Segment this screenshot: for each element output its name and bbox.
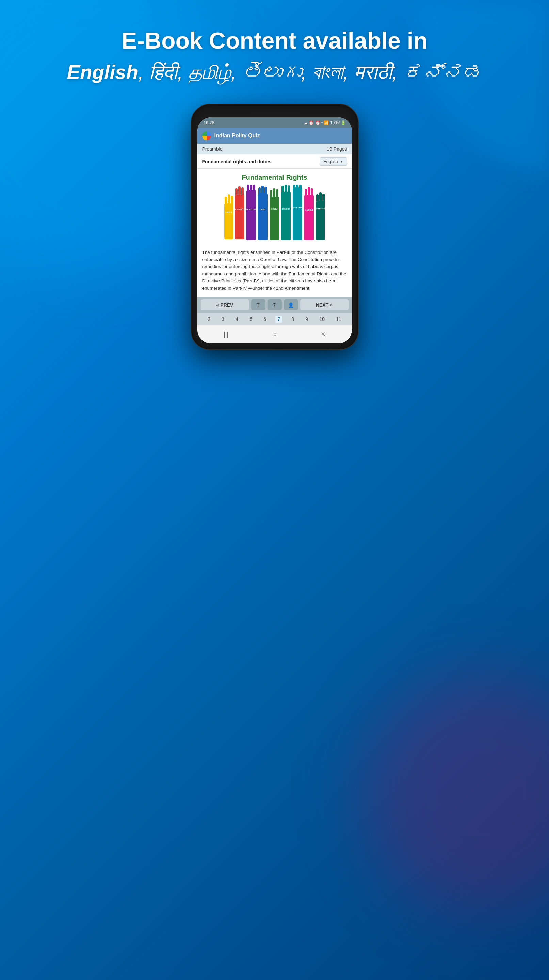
app-logo-icon <box>202 131 211 140</box>
page-7-active[interactable]: 7 <box>275 316 282 323</box>
prev-arrows-icon: « <box>216 302 219 308</box>
page-3[interactable]: 3 <box>220 316 226 323</box>
rights-image-area: Fundamental Rights TRUST <box>197 169 352 246</box>
preamble-label: Preamble <box>202 146 223 152</box>
status-icons: ☁ ⏰ ⏰ • 📶 100%🔋 <box>304 121 346 125</box>
page-11[interactable]: 11 <box>334 316 344 323</box>
preamble-pages: 19 Pages <box>327 146 347 152</box>
page-9[interactable]: 9 <box>303 316 310 323</box>
page-numbers-row: 2 3 4 5 6 7 8 9 10 11 <box>197 313 352 325</box>
svg-rect-0 <box>224 204 233 239</box>
languages-text: English, हिंदी, தமிழ், తెలుగు, বাংলা, मर… <box>67 60 482 84</box>
svg-rect-11 <box>247 185 249 192</box>
svg-rect-26 <box>282 186 284 193</box>
svg-rect-16 <box>258 188 261 195</box>
phone-notch <box>251 111 299 115</box>
phone-frame: 16:28 ☁ ⏰ ⏰ • 📶 100%🔋 Indian Polity Quiz… <box>191 105 358 350</box>
svg-rect-5 <box>235 195 244 239</box>
svg-rect-6 <box>235 188 237 197</box>
svg-rect-37 <box>308 187 310 197</box>
svg-rect-21 <box>270 190 272 198</box>
svg-text:JUSTICE: JUSTICE <box>282 208 290 210</box>
prev-button[interactable]: « PREV <box>201 299 249 310</box>
fundamental-label: Fundamental rights and duties <box>202 159 272 164</box>
other-languages: , हिंदी, தமிழ், తెలుగు, বাংলা, मराठी, ಕನ… <box>138 61 482 83</box>
svg-text:DIGNITY: DIGNITY <box>305 209 313 211</box>
svg-rect-23 <box>276 189 278 198</box>
svg-rect-38 <box>311 188 313 197</box>
svg-rect-22 <box>273 188 275 198</box>
app-title: Indian Polity Quiz <box>215 133 260 139</box>
back-button[interactable]: < <box>315 329 332 339</box>
fundamental-section-header: Fundamental rights and duties English ▼ <box>197 154 352 169</box>
svg-rect-40 <box>316 201 325 240</box>
nav-bar: « PREV T 7 👤 NEXT » <box>197 297 352 313</box>
recents-button[interactable]: ||| <box>217 329 235 339</box>
rights-title: Fundamental Rights <box>242 173 307 181</box>
svg-rect-12 <box>250 185 252 191</box>
svg-rect-3 <box>231 196 233 205</box>
svg-text:PEACE: PEACE <box>271 208 277 210</box>
dropdown-arrow-icon: ▼ <box>340 159 344 163</box>
preamble-section[interactable]: Preamble 19 Pages <box>197 143 352 154</box>
svg-text:RULE OF LAW: RULE OF LAW <box>292 207 302 208</box>
body-text: The fundamental rights enshrined in Part… <box>197 246 352 297</box>
page-title: E-Book Content available in <box>121 27 428 54</box>
svg-rect-28 <box>288 185 290 193</box>
page-8[interactable]: 8 <box>289 316 296 323</box>
user-button[interactable]: 👤 <box>284 299 298 310</box>
next-arrows-icon: » <box>330 302 333 308</box>
svg-rect-43 <box>322 194 325 203</box>
page-2[interactable]: 2 <box>205 316 212 323</box>
user-icon: 👤 <box>288 302 294 308</box>
svg-rect-15 <box>258 193 267 240</box>
svg-rect-2 <box>228 194 230 205</box>
page-5[interactable]: 5 <box>247 316 254 323</box>
dropdown-selected: English <box>323 159 338 164</box>
svg-rect-13 <box>253 185 255 192</box>
page-6[interactable]: 6 <box>261 316 268 323</box>
svg-text:FREEDOM: FREEDOM <box>246 208 256 210</box>
svg-text:EQUALITY: EQUALITY <box>234 208 244 210</box>
svg-rect-35 <box>304 195 314 240</box>
english-label: English <box>67 61 138 83</box>
svg-rect-41 <box>316 194 318 203</box>
hands-illustration: TRUST EQUALITY <box>222 185 328 241</box>
page-4[interactable]: 4 <box>234 316 240 323</box>
svg-rect-1 <box>224 197 227 205</box>
svg-rect-27 <box>285 185 287 193</box>
svg-text:PROSPERITY: PROSPERITY <box>315 208 326 210</box>
svg-rect-33 <box>299 185 302 189</box>
svg-rect-30 <box>293 188 302 240</box>
prev-label: PREV <box>220 302 233 308</box>
svg-rect-20 <box>270 197 279 240</box>
page-10[interactable]: 10 <box>317 316 327 323</box>
svg-rect-42 <box>319 192 321 203</box>
android-nav: ||| ○ < <box>197 325 352 343</box>
svg-rect-8 <box>241 188 244 197</box>
next-label: NEXT <box>316 302 328 308</box>
svg-rect-32 <box>296 185 299 189</box>
svg-text:HOPE: HOPE <box>260 208 265 210</box>
svg-rect-17 <box>261 186 264 195</box>
font-size-icon: T <box>257 302 260 308</box>
svg-rect-18 <box>264 187 267 195</box>
phone-screen: 16:28 ☁ ⏰ ⏰ • 📶 100%🔋 Indian Polity Quiz… <box>197 118 352 343</box>
svg-rect-7 <box>238 186 240 197</box>
page-number-display: 7 <box>267 299 282 310</box>
current-page: 7 <box>273 302 276 308</box>
svg-rect-10 <box>247 190 256 240</box>
status-time: 16:28 <box>204 120 215 125</box>
svg-rect-31 <box>293 185 296 189</box>
svg-rect-36 <box>305 189 307 197</box>
content-area: Fundamental Rights TRUST <box>197 169 352 297</box>
language-dropdown[interactable]: English ▼ <box>320 157 347 166</box>
home-button[interactable]: ○ <box>266 329 284 339</box>
svg-rect-25 <box>281 192 291 240</box>
status-bar: 16:28 ☁ ⏰ ⏰ • 📶 100%🔋 <box>197 118 352 128</box>
font-size-button[interactable]: T <box>251 299 266 310</box>
svg-text:TRUST: TRUST <box>225 211 232 213</box>
next-button[interactable]: NEXT » <box>300 299 348 310</box>
app-bar: Indian Polity Quiz <box>197 128 352 143</box>
